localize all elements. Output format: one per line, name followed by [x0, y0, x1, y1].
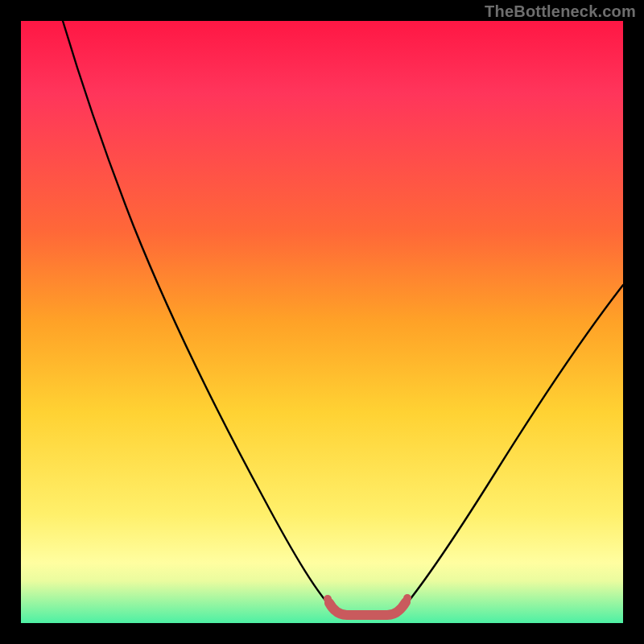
gradient-plot-area	[21, 21, 623, 623]
svg-point-0	[324, 595, 332, 603]
right-curve	[399, 285, 623, 613]
curve-layer	[21, 21, 623, 623]
valley-marker-dots	[324, 594, 411, 603]
svg-point-1	[403, 594, 411, 602]
watermark-text: TheBottleneck.com	[485, 2, 636, 21]
left-curve	[63, 21, 336, 613]
valley-marker	[329, 602, 406, 615]
